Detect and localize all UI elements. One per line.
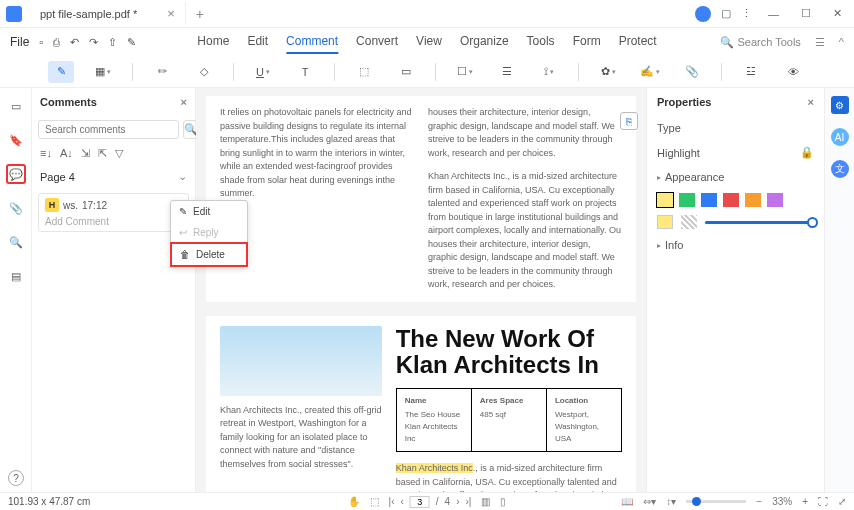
fullscreen-icon[interactable]: ⤢ (838, 496, 846, 507)
document-tab[interactable]: ppt file-sample.pdf * × (30, 2, 186, 25)
ctx-delete[interactable]: 🗑Delete (170, 242, 248, 267)
sort-page-icon[interactable]: ≡↓ (40, 147, 52, 160)
new-tab-button[interactable]: + (186, 6, 214, 22)
swatch-blue[interactable] (701, 193, 717, 207)
fields-icon[interactable]: ▤ (6, 266, 26, 286)
attachment-tool[interactable]: 📎 (679, 61, 705, 83)
more-icon[interactable]: ⋮ (741, 7, 752, 20)
next-page-icon[interactable]: › (456, 496, 459, 507)
hide-comments-icon[interactable]: 👁 (780, 61, 806, 83)
swatch-yellow[interactable] (657, 193, 673, 207)
swatch-purple[interactable] (767, 193, 783, 207)
last-page-icon[interactable]: ›| (466, 496, 472, 507)
minimize-button[interactable]: — (762, 6, 785, 22)
stamp-tool[interactable]: ✿ (595, 61, 621, 83)
user-avatar[interactable] (695, 6, 711, 22)
tab-tools[interactable]: Tools (527, 30, 555, 54)
fill-color-picker[interactable] (657, 215, 673, 229)
swatch-red[interactable] (723, 193, 739, 207)
upload-icon[interactable]: ⇧ (108, 36, 117, 49)
tab-view[interactable]: View (416, 30, 442, 54)
tab-convert[interactable]: Convert (356, 30, 398, 54)
lock-icon[interactable]: 🔒 (800, 146, 814, 159)
select-tool-icon[interactable]: ⬚ (370, 496, 379, 507)
tab-edit[interactable]: Edit (247, 30, 268, 54)
zoom-in-icon[interactable]: + (802, 496, 808, 507)
undo-icon[interactable]: ↶ (70, 36, 79, 49)
thumbnails-icon[interactable]: ▭ (6, 96, 26, 116)
close-comments-icon[interactable]: × (181, 96, 187, 108)
fit-page-icon[interactable]: ⛶ (818, 496, 828, 507)
file-menu[interactable]: File (10, 35, 29, 49)
comment-item[interactable]: H ws. 17:12 Add Comment (38, 193, 189, 232)
tab-organize[interactable]: Organize (460, 30, 509, 54)
close-window-button[interactable]: ✕ (827, 5, 848, 22)
prev-page-icon[interactable]: ‹ (400, 496, 403, 507)
appearance-section[interactable]: Appearance (647, 165, 824, 189)
area-highlight-tool[interactable]: ▦ (90, 61, 116, 83)
marker-icon[interactable]: ✎ (127, 36, 136, 49)
collapse-all-icon[interactable]: ⇱ (98, 147, 107, 160)
maximize-button[interactable]: ☐ (795, 5, 817, 22)
zoom-slider[interactable] (686, 500, 746, 503)
tab-protect[interactable]: Protect (619, 30, 657, 54)
page-number-input[interactable] (410, 496, 430, 508)
bookmarks-icon[interactable]: 🔖 (6, 130, 26, 150)
tab-home[interactable]: Home (197, 30, 229, 54)
translate-icon[interactable]: 文 (831, 160, 849, 178)
feedback-icon[interactable]: ▢ (721, 7, 731, 20)
measure-tool[interactable]: ⟟ (536, 61, 562, 83)
search-comments-input[interactable] (38, 120, 179, 139)
read-mode-icon[interactable]: 📖 (621, 496, 633, 507)
add-comment-placeholder[interactable]: Add Comment (45, 216, 182, 227)
search-tools[interactable]: 🔍 Search Tools (720, 36, 800, 49)
attachments-icon[interactable]: 📎 (6, 198, 26, 218)
help-icon[interactable]: ? (8, 470, 24, 486)
callout-tool[interactable]: ⬚ (351, 61, 377, 83)
eraser-tool[interactable]: ◇ (191, 61, 217, 83)
hand-tool-icon[interactable]: ✋ (348, 496, 360, 507)
swatch-green[interactable] (679, 193, 695, 207)
highlighted-text[interactable]: Khan Architects Inc (396, 463, 473, 473)
format-panel-icon[interactable]: ⚙ (831, 96, 849, 114)
context-menu: ✎Edit ↩Reply 🗑Delete (170, 200, 248, 267)
sort-az-icon[interactable]: A↓ (60, 147, 73, 160)
text-tool[interactable]: T (292, 61, 318, 83)
zoom-out-icon[interactable]: − (756, 496, 762, 507)
first-page-icon[interactable]: |‹ (389, 496, 395, 507)
close-properties-icon[interactable]: × (808, 96, 814, 108)
shape-tool[interactable]: ☐ (452, 61, 478, 83)
save-icon[interactable]: ▫ (39, 36, 43, 48)
expand-up-icon[interactable]: ☰ (815, 36, 825, 49)
single-page-icon[interactable]: ▯ (500, 496, 506, 507)
swatch-orange[interactable] (745, 193, 761, 207)
info-section[interactable]: Info (647, 233, 824, 257)
comments-page-section[interactable]: Page 4 ⌄ (32, 164, 195, 189)
textbox-tool[interactable]: ▭ (393, 61, 419, 83)
underline-tool[interactable]: U (250, 61, 276, 83)
redo-icon[interactable]: ↷ (89, 36, 98, 49)
print-icon[interactable]: ⎙ (53, 36, 60, 48)
copy-format-icon[interactable]: ⎘ (620, 112, 638, 130)
tab-comment[interactable]: Comment (286, 30, 338, 54)
close-tab-icon[interactable]: × (167, 6, 175, 21)
collapse-icon[interactable]: ^ (839, 36, 844, 48)
expand-all-icon[interactable]: ⇲ (81, 147, 90, 160)
ctx-edit[interactable]: ✎Edit (171, 201, 247, 222)
search-panel-icon[interactable]: 🔍 (6, 232, 26, 252)
auto-scroll-icon[interactable]: ↕▾ (666, 496, 676, 507)
comments-panel-icon[interactable]: 💬 (6, 164, 26, 184)
tab-form[interactable]: Form (573, 30, 601, 54)
note-tool[interactable]: ☰ (494, 61, 520, 83)
opacity-slider[interactable] (705, 221, 814, 224)
signature-tool[interactable]: ✍ (637, 61, 663, 83)
zoom-value[interactable]: 33% (772, 496, 792, 507)
pencil-tool[interactable]: ✏ (149, 61, 175, 83)
filter-icon[interactable]: ▽ (115, 147, 123, 160)
fit-width-icon[interactable]: ⇔▾ (643, 496, 656, 507)
ai-assistant-icon[interactable]: AI (831, 128, 849, 146)
highlighter-tool[interactable]: ✎ (48, 61, 74, 83)
scroll-mode-icon[interactable]: ▥ (481, 496, 490, 507)
manage-comments-icon[interactable]: ☳ (738, 61, 764, 83)
document-viewport[interactable]: ⎘ It relies on photovoltaic panels for e… (196, 88, 646, 492)
